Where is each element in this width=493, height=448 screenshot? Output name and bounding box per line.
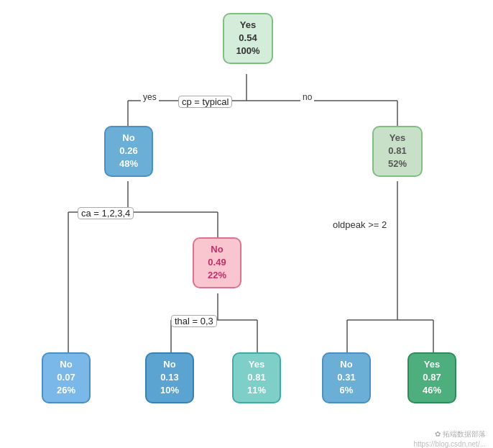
- condition-ca: ca = 1,2,3,4: [78, 207, 134, 219]
- node-right-label: Yes: [381, 132, 414, 145]
- node-mid-value: 0.49: [201, 256, 233, 269]
- node-rr-pct: 46%: [416, 384, 448, 397]
- node-rm: Yes 0.81 11%: [232, 352, 281, 403]
- watermark2: https://blog.csdn.net/...: [413, 440, 486, 448]
- node-ll-value: 0.07: [50, 371, 82, 384]
- node-mid-label: No: [201, 243, 233, 256]
- node-lm-value: 0.13: [154, 371, 185, 384]
- watermark1: ✿ 拓端数据部落: [435, 429, 486, 439]
- tree-container: Yes 0.54 100% cp = typical yes no No 0.2…: [0, 0, 493, 448]
- node-right-value: 0.81: [381, 145, 414, 157]
- condition-thal: thal = 0,3: [171, 315, 217, 327]
- edge-no-right: no: [300, 92, 314, 102]
- node-ll: No 0.07 26%: [42, 352, 91, 403]
- node-ll-label: No: [50, 358, 82, 371]
- node-root-pct: 100%: [231, 45, 264, 58]
- node-rm-value: 0.81: [241, 371, 272, 384]
- node-root-value: 0.54: [231, 32, 264, 45]
- node-left-label: No: [113, 132, 144, 145]
- node-root: Yes 0.54 100%: [223, 13, 273, 64]
- node-rm-pct: 11%: [241, 384, 272, 397]
- node-mid-pct: 22%: [201, 269, 233, 282]
- node-rl: No 0.31 6%: [322, 352, 371, 403]
- node-rl-label: No: [331, 358, 362, 371]
- node-lm-label: No: [154, 358, 185, 371]
- node-right-pct: 52%: [381, 157, 414, 170]
- condition-cp: cp = typical: [178, 96, 232, 108]
- node-left: No 0.26 48%: [104, 126, 153, 177]
- node-lm-pct: 10%: [154, 384, 185, 397]
- node-rl-pct: 6%: [331, 384, 362, 397]
- node-root-label: Yes: [231, 19, 264, 32]
- node-rr-label: Yes: [416, 358, 448, 371]
- edge-yes-left: yes: [141, 92, 159, 102]
- node-rm-label: Yes: [241, 358, 272, 371]
- node-left-pct: 48%: [113, 157, 144, 170]
- node-lm: No 0.13 10%: [145, 352, 194, 403]
- node-ll-pct: 26%: [50, 384, 82, 397]
- node-rr-value: 0.87: [416, 371, 448, 384]
- condition-oldpeak: oldpeak >= 2: [331, 219, 389, 230]
- node-left-value: 0.26: [113, 145, 144, 157]
- node-rl-value: 0.31: [331, 371, 362, 384]
- node-rr: Yes 0.87 46%: [407, 352, 456, 403]
- node-mid: No 0.49 22%: [193, 237, 241, 288]
- node-right: Yes 0.81 52%: [372, 126, 423, 177]
